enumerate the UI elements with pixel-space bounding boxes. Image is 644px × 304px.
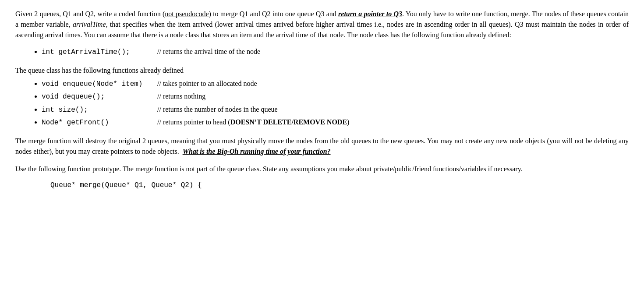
queue-functions-section: void enqueue(Node* item) // takes pointe…	[15, 78, 629, 129]
intro-text-1: Given 2 queues, Q1 and Q2, write a coded…	[15, 10, 165, 18]
prototype-code: Queue* merge(Queue* Q1, Queue* Q2) {	[50, 181, 202, 189]
queue-function-list: void enqueue(Node* item) // takes pointe…	[42, 78, 629, 129]
list-item: int size(); // returns the number of nod…	[42, 103, 629, 116]
queue-func-comment-1: // returns nothing	[157, 92, 205, 100]
not-pseudocode: not pseudocode	[165, 10, 209, 18]
node-function-list: int getArrivalTime(); // returns the arr…	[42, 46, 629, 58]
intro-text-2: ) to merge Q1 and Q2 into one queue Q3 a…	[209, 10, 339, 18]
prototype-code-section: Queue* merge(Queue* Q1, Queue* Q2) {	[50, 181, 629, 189]
intro-text-4: that specifies when the item arrived (lo…	[15, 21, 629, 39]
arrival-time: arrivalTime,	[73, 21, 108, 28]
queue-func-comment-2: // returns the number of nodes in the qu…	[157, 106, 278, 113]
node-function-comment-0: // returns the arrival time of the node	[157, 48, 260, 55]
list-item: void enqueue(Node* item) // takes pointe…	[42, 78, 629, 90]
prototype-paragraph: Use the following function prototype. Th…	[15, 164, 629, 174]
queue-func-comment-3: // returns pointer to head (	[157, 118, 230, 126]
queue-func-code-2: int size();	[42, 104, 156, 116]
queue-func-comment-end-3: )	[347, 118, 349, 126]
queue-func-code-1: void dequeue();	[42, 91, 156, 103]
list-item: int getArrivalTime(); // returns the arr…	[42, 46, 629, 58]
queue-func-comment-0: // takes pointer to an allocated node	[157, 80, 257, 87]
queue-func-code-0: void enqueue(Node* item)	[42, 78, 156, 90]
intro-paragraph: Given 2 queues, Q1 and Q2, write a coded…	[15, 9, 629, 40]
main-content: Given 2 queues, Q1 and Q2, write a coded…	[15, 9, 629, 189]
list-item: void dequeue(); // returns nothing	[42, 90, 629, 103]
node-functions-section: int getArrivalTime(); // returns the arr…	[15, 46, 629, 58]
node-function-code-0: int getArrivalTime();	[42, 46, 156, 58]
list-item: Node* getFront() // returns pointer to h…	[42, 116, 629, 129]
queue-func-code-3: Node* getFront()	[42, 117, 156, 129]
queue-func-bold-comment-3: DOESN’T DELETE/REMOVE NODE	[230, 118, 347, 126]
queue-section-heading: The queue class has the following functi…	[15, 65, 629, 76]
return-pointer: return a pointer to Q3	[338, 10, 402, 18]
destroy-paragraph: The merge function will destroy the orig…	[15, 136, 629, 157]
big-oh-text: What is the Big-Oh running time of your …	[183, 148, 331, 155]
